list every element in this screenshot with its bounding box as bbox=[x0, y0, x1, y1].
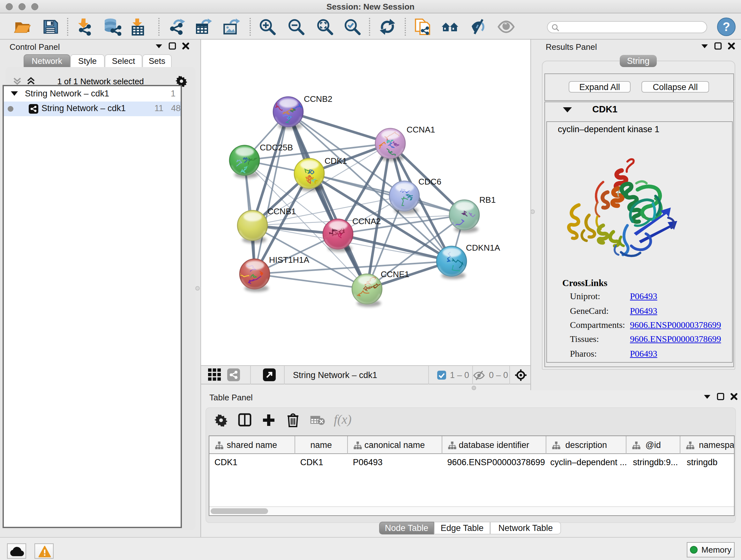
svg-text:CCNA2: CCNA2 bbox=[352, 216, 381, 226]
svg-text:CDC25B: CDC25B bbox=[260, 143, 293, 152]
svg-text:CDK1: CDK1 bbox=[325, 156, 347, 166]
svg-text:RB1: RB1 bbox=[479, 195, 495, 205]
svg-text:?: ? bbox=[723, 20, 730, 34]
svg-text:CCNA1: CCNA1 bbox=[407, 125, 435, 134]
svg-text:CCNE1: CCNE1 bbox=[381, 269, 409, 279]
svg-text:CDKN1A: CDKN1A bbox=[466, 243, 500, 253]
svg-text:CCNB2: CCNB2 bbox=[304, 94, 332, 104]
svg-text:CCNB1: CCNB1 bbox=[267, 206, 296, 216]
svg-text:CDC6: CDC6 bbox=[418, 177, 441, 186]
svg-text:HIST1H1A: HIST1H1A bbox=[269, 255, 310, 265]
